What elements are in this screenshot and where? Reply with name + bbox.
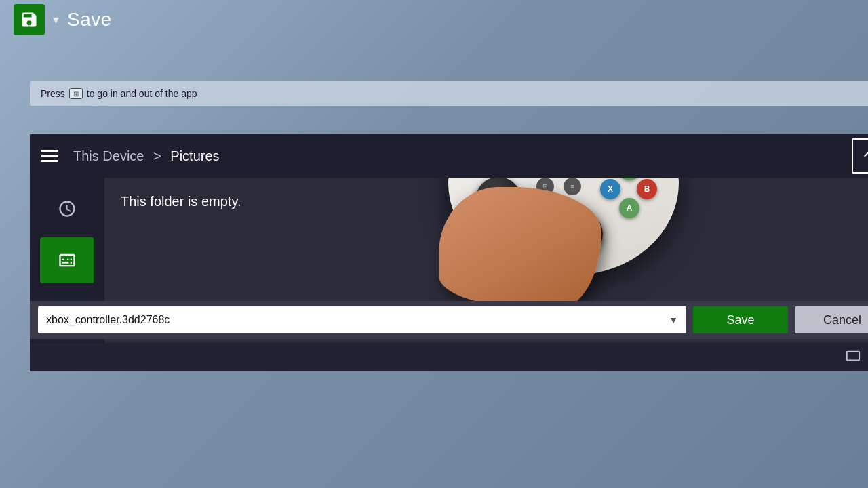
clock-icon <box>58 199 77 218</box>
save-button[interactable]: Save <box>693 306 788 333</box>
breadcrumb-current: Pictures <box>170 148 219 163</box>
breadcrumb-this-device[interactable]: This Device <box>73 148 144 163</box>
sidebar-item-recent[interactable] <box>40 186 94 232</box>
breadcrumb: This Device > Pictures <box>73 148 844 164</box>
fm-status-bar: ••• <box>30 343 868 371</box>
tablet-icon[interactable] <box>846 348 861 367</box>
empty-folder-message: This folder is empty. <box>121 194 868 209</box>
filename-input-wrapper[interactable]: ▼ <box>38 306 686 333</box>
menu-button: ≡ <box>564 178 581 195</box>
hint-suffix: to go in and out of the app <box>87 88 197 99</box>
fm-header: This Device > Pictures <box>30 134 868 178</box>
tablet-svg-icon <box>846 348 861 363</box>
filename-input[interactable] <box>46 314 663 326</box>
ctrl-shell: Y B A X ⊞ ≡ <box>448 178 679 275</box>
hint-prefix: Press <box>41 88 65 99</box>
navigate-up-button[interactable] <box>852 138 868 174</box>
save-icon <box>20 10 39 29</box>
bottom-bar: ▼ Save Cancel <box>30 301 868 339</box>
controller-body: Y B A X ⊞ ≡ <box>448 178 679 275</box>
sidebar-item-this-device[interactable] <box>40 237 94 283</box>
cancel-button[interactable]: Cancel <box>795 306 868 333</box>
up-arrow-icon <box>861 148 868 164</box>
hint-key-icon: ⊞ <box>69 88 83 99</box>
device-icon <box>58 251 77 270</box>
app-icon <box>14 4 45 35</box>
title-chevron[interactable]: ▾ <box>53 12 59 27</box>
y-button: Y <box>619 178 639 180</box>
view-button: ⊞ <box>536 178 554 195</box>
hamburger-menu-button[interactable] <box>41 150 65 162</box>
breadcrumb-separator: > <box>153 148 161 163</box>
page-title: Save <box>67 9 112 30</box>
right-thumbstick <box>557 211 603 257</box>
title-bar: ▾ Save <box>0 0 868 39</box>
filename-dropdown-arrow[interactable]: ▼ <box>669 314 678 325</box>
hint-bar: Press ⊞ to go in and out of the app <box>30 81 868 106</box>
